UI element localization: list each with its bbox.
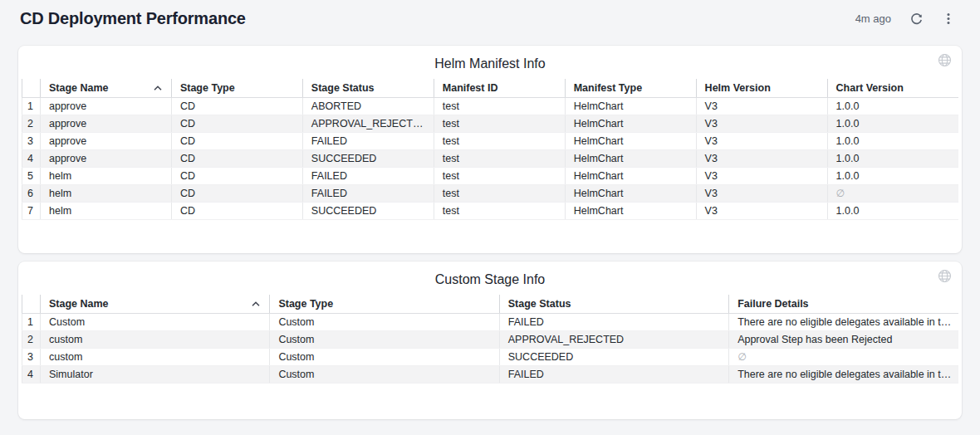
column-header-stage-status[interactable]: Stage Status xyxy=(499,295,728,313)
column-header-label: Stage Name xyxy=(49,298,109,310)
table-cell: Custom xyxy=(270,330,499,348)
row-number: 6 xyxy=(22,184,41,202)
table-cell: V3 xyxy=(696,132,827,149)
table-cell: test xyxy=(434,202,565,219)
helm-manifest-table: Stage NameStage TypeStage StatusManifest… xyxy=(22,79,958,220)
table-cell: FAILED xyxy=(302,184,434,202)
table-row: 3customCustomSUCCEEDED∅ xyxy=(22,348,959,365)
column-header-label: Stage Status xyxy=(508,298,571,310)
row-number: 7 xyxy=(22,202,41,219)
table-cell: test xyxy=(434,184,565,202)
panel-menu-button[interactable] xyxy=(942,12,955,26)
refresh-icon xyxy=(909,12,924,26)
table-cell: There are no eligible delegates availabl… xyxy=(729,313,958,330)
table-cell: V3 xyxy=(696,97,827,115)
table-cell: HelmChart xyxy=(565,149,696,167)
table-cell: Custom xyxy=(41,313,270,330)
table-cell: Simulator xyxy=(41,365,270,383)
table-header-row: Stage NameStage TypeStage StatusFailure … xyxy=(22,295,959,313)
column-header-stage-name[interactable]: Stage Name xyxy=(41,79,172,97)
table-cell: HelmChart xyxy=(565,167,696,184)
column-header-label: Chart Version xyxy=(836,82,904,94)
row-number: 1 xyxy=(22,313,41,330)
dashboard-header: CD Deployment Performance 4m ago xyxy=(0,0,980,37)
table-cell: V3 xyxy=(696,202,827,219)
table-cell: 1.0.0 xyxy=(827,167,958,184)
table-cell: ∅ xyxy=(827,184,958,202)
table-cell: FAILED xyxy=(302,132,434,149)
table-cell: test xyxy=(434,167,565,184)
table-cell: FAILED xyxy=(499,365,728,383)
column-header-stage-type[interactable]: Stage Type xyxy=(270,295,499,313)
row-number: 2 xyxy=(22,330,41,348)
table-cell: custom xyxy=(41,330,270,348)
column-header-label: Failure Details xyxy=(737,298,808,310)
refresh-button[interactable] xyxy=(909,12,924,26)
table-cell: SUCCEEDED xyxy=(302,202,434,219)
table-row: 1approveCDABORTEDtestHelmChartV31.0.0 xyxy=(22,97,959,115)
column-header-label: Stage Name xyxy=(49,82,109,94)
table-cell: approve xyxy=(41,115,172,132)
sort-asc-icon xyxy=(251,300,264,308)
panel-custom-stage-info: Custom Stage Info Stage NameStage TypeSt… xyxy=(18,261,962,419)
table-cell: HelmChart xyxy=(565,132,696,149)
column-header-label: Manifest ID xyxy=(443,82,498,94)
table-cell: HelmChart xyxy=(565,97,696,115)
column-header-failure-details[interactable]: Failure Details xyxy=(729,295,958,313)
table-cell: V3 xyxy=(696,184,827,202)
table-cell: helm xyxy=(41,167,172,184)
table-cell: custom xyxy=(41,348,270,365)
column-header-stage-type[interactable]: Stage Type xyxy=(171,79,302,97)
table-cell: Custom xyxy=(270,313,499,330)
column-header-chart-version[interactable]: Chart Version xyxy=(827,79,958,97)
table-cell: CD xyxy=(171,202,302,219)
table-row: 5helmCDFAILEDtestHelmChartV31.0.0 xyxy=(22,167,959,184)
table-header-row: Stage NameStage TypeStage StatusManifest… xyxy=(22,79,959,97)
column-header-stage-name[interactable]: Stage Name xyxy=(41,295,270,313)
row-number: 3 xyxy=(22,348,41,365)
table-cell: APPROVAL_REJECTED xyxy=(499,330,728,348)
table-cell: helm xyxy=(41,202,172,219)
table-cell: CD xyxy=(171,115,302,132)
table-cell: Custom xyxy=(270,365,499,383)
table-cell: helm xyxy=(41,184,172,202)
table-cell: FAILED xyxy=(499,313,728,330)
column-header-label: Helm Version xyxy=(705,82,771,94)
column-header-label: Manifest Type xyxy=(574,82,642,94)
panel-title[interactable]: Custom Stage Info xyxy=(18,261,962,295)
row-number: 2 xyxy=(22,115,41,132)
table-cell: approve xyxy=(41,97,172,115)
sort-asc-icon xyxy=(153,84,166,92)
table-row: 4SimulatorCustomFAILEDThere are no eligi… xyxy=(22,365,959,383)
row-number: 4 xyxy=(22,365,41,383)
row-number: 3 xyxy=(22,132,41,149)
table-cell: HelmChart xyxy=(565,184,696,202)
table-cell: CD xyxy=(171,149,302,167)
table-cell: 1.0.0 xyxy=(827,97,958,115)
table-cell: APPROVAL_REJECTED xyxy=(302,115,434,132)
last-updated-label: 4m ago xyxy=(855,12,891,25)
column-header-stage-status[interactable]: Stage Status xyxy=(302,79,434,97)
table-cell: CD xyxy=(171,167,302,184)
dashboard-body: Helm Manifest Info Stage NameStage TypeS… xyxy=(0,37,980,419)
table-cell: V3 xyxy=(696,167,827,184)
table-row: 1CustomCustomFAILEDThere are no eligible… xyxy=(22,313,959,330)
page-title: CD Deployment Performance xyxy=(20,9,246,28)
row-number: 5 xyxy=(22,167,41,184)
table-cell: CD xyxy=(171,132,302,149)
column-header-manifest-type[interactable]: Manifest Type xyxy=(565,79,696,97)
table-cell: There are no eligible delegates availabl… xyxy=(729,365,958,383)
panel-title[interactable]: Helm Manifest Info xyxy=(18,46,962,79)
column-header-helm-version[interactable]: Helm Version xyxy=(696,79,827,97)
table-cell: test xyxy=(434,149,565,167)
table-cell: ∅ xyxy=(729,348,958,365)
column-header-manifest-id[interactable]: Manifest ID xyxy=(434,79,565,97)
table-cell: test xyxy=(434,97,565,115)
table-cell: SUCCEEDED xyxy=(499,348,728,365)
row-number-header xyxy=(22,295,41,313)
table-row: 2customCustomAPPROVAL_REJECTEDApproval S… xyxy=(22,330,959,348)
table-cell: CD xyxy=(171,97,302,115)
table-cell: 1.0.0 xyxy=(827,132,958,149)
table-cell: approve xyxy=(41,132,172,149)
header-actions: 4m ago xyxy=(855,12,955,26)
